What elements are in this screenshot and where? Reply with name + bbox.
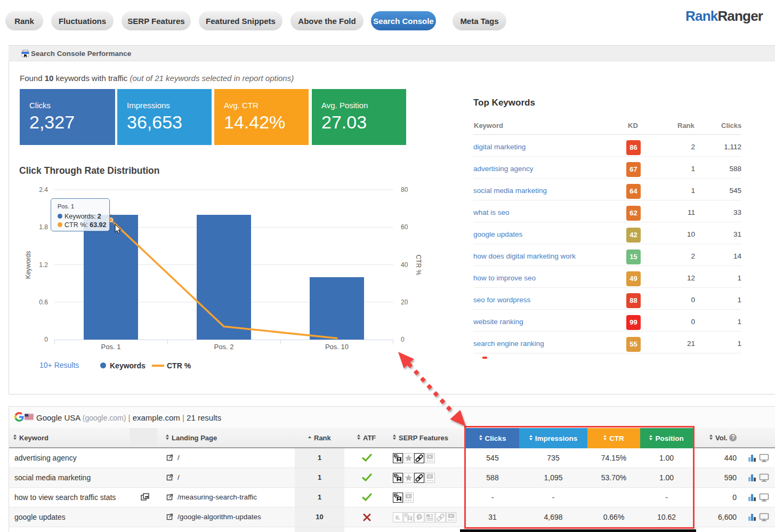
svg-text:0.: 0. <box>395 514 400 521</box>
svg-text:20: 20 <box>401 299 408 306</box>
svg-text:Pos. 1: Pos. 1 <box>101 343 121 351</box>
svg-text:Pos. 2: Pos. 2 <box>214 343 234 351</box>
svg-text:1.8: 1.8 <box>39 223 48 231</box>
svg-text:1.2: 1.2 <box>39 261 48 269</box>
svg-text:Keywords: Keywords <box>25 251 32 279</box>
svg-text:40: 40 <box>401 261 408 269</box>
svg-text:Pos. 10: Pos. 10 <box>325 343 349 351</box>
svg-text:80: 80 <box>401 186 408 194</box>
svg-text:?: ? <box>418 514 421 520</box>
svg-text:60: 60 <box>401 223 408 231</box>
svg-text:CTR %: CTR % <box>415 255 422 276</box>
svg-text:0: 0 <box>44 336 48 343</box>
svg-text:0.6: 0.6 <box>39 299 48 306</box>
svg-text:2.4: 2.4 <box>39 186 48 194</box>
